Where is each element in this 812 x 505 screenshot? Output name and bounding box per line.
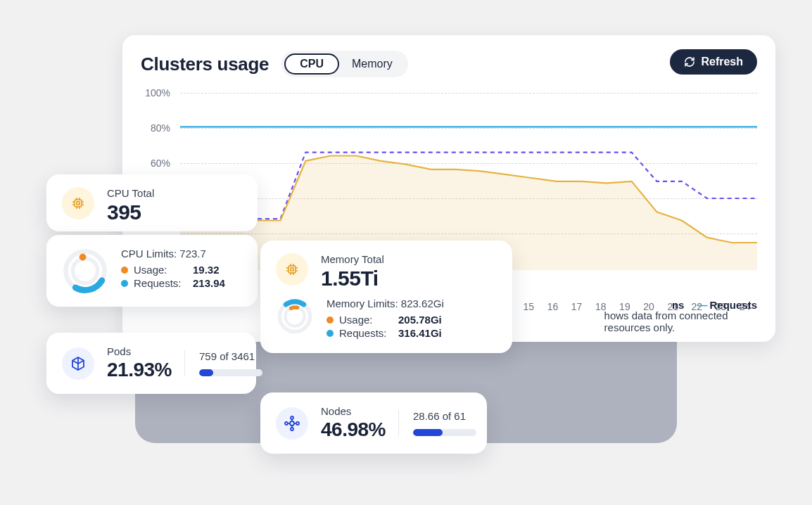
- memory-icon: [276, 253, 308, 286]
- svg-point-14: [72, 258, 97, 283]
- memory-limits-label: Memory Limits: 823.62Gi: [326, 298, 444, 309]
- svg-point-27: [286, 307, 305, 326]
- svg-point-32: [296, 422, 299, 425]
- svg-point-31: [285, 422, 288, 425]
- dot-icon: [326, 317, 334, 324]
- pods-percent: 21.93%: [107, 359, 172, 381]
- dot-icon: [121, 267, 128, 274]
- svg-point-30: [291, 428, 293, 430]
- memory-card: Memory Total 1.55Ti Memory Limits: 823.6…: [260, 241, 512, 353]
- nodes-card: Nodes 46.98% 28.66 of 61: [260, 392, 487, 454]
- refresh-icon: [684, 56, 695, 68]
- memory-total-label: Memory Total: [321, 253, 384, 265]
- memory-ring-chart: [276, 298, 314, 335]
- info-text: hows data from connected resources only.: [604, 309, 775, 333]
- dot-icon: [326, 330, 334, 337]
- pods-label: Pods: [107, 345, 172, 357]
- pods-progress-bar: [199, 369, 262, 376]
- refresh-button[interactable]: Refresh: [670, 49, 757, 75]
- panel-header: Clusters usage CPU Memory Refresh: [141, 51, 757, 77]
- svg-point-29: [291, 416, 293, 419]
- refresh-label: Refresh: [701, 56, 743, 68]
- memory-usage-row: Usage:205.78Gi: [326, 314, 444, 326]
- toggle-cpu[interactable]: CPU: [284, 53, 339, 75]
- svg-rect-17: [291, 268, 293, 271]
- cpu-icon: [62, 187, 94, 219]
- cpu-total-value: 395: [107, 200, 154, 224]
- cpu-requests-row: Requests:213.94: [121, 277, 225, 289]
- dot-icon: [121, 280, 128, 287]
- cpu-limits-card: CPU Limits: 723.7 Usage:19.32 Requests:2…: [46, 235, 258, 307]
- svg-rect-16: [288, 266, 296, 273]
- nodes-label: Nodes: [321, 405, 386, 417]
- cpu-total-card: CPU Total 395: [46, 174, 258, 231]
- cpu-total-label: CPU Total: [107, 187, 154, 199]
- metric-toggle: CPU Memory: [281, 51, 408, 77]
- nodes-progress-bar: [413, 429, 476, 436]
- nodes-count: 28.66 of 61: [413, 410, 476, 422]
- pods-count: 759 of 3461: [199, 350, 262, 362]
- cpu-limits-label: CPU Limits: 723.7: [121, 248, 225, 260]
- svg-point-28: [290, 421, 294, 426]
- cpu-usage-row: Usage:19.32: [121, 264, 225, 276]
- toggle-memory[interactable]: Memory: [339, 53, 405, 75]
- cpu-ring-chart: [62, 248, 108, 294]
- nodes-percent: 46.98%: [321, 418, 386, 441]
- cube-icon: [62, 347, 94, 380]
- svg-rect-4: [77, 202, 80, 205]
- svg-rect-3: [75, 200, 82, 207]
- y-tick: 100%: [141, 87, 176, 98]
- pods-card: Pods 21.93% 759 of 3461: [46, 333, 256, 394]
- y-tick: 60%: [141, 158, 176, 169]
- network-icon: [276, 407, 308, 440]
- panel-title: Clusters usage: [141, 53, 269, 75]
- y-tick: 80%: [141, 122, 176, 134]
- memory-requests-row: Requests:316.41Gi: [326, 327, 444, 339]
- memory-total-value: 1.55Ti: [321, 267, 384, 290]
